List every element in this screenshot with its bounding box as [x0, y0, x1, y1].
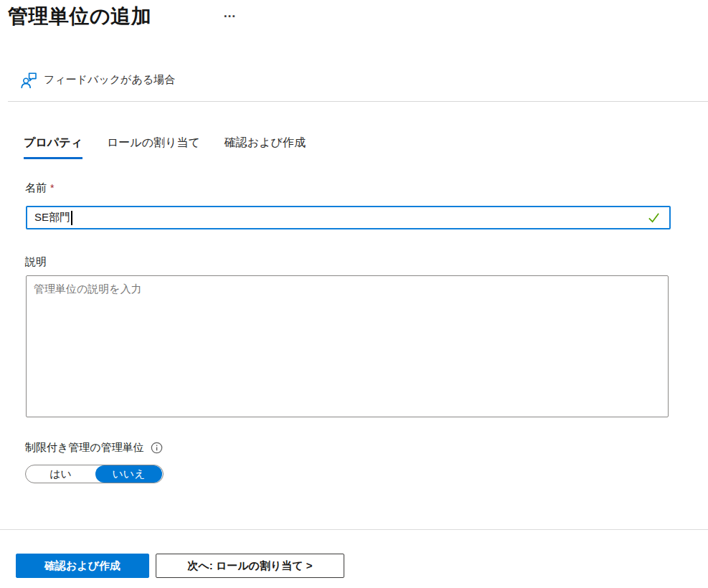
feedback-link[interactable]: フィードバックがある場合	[20, 71, 175, 89]
restricted-management-label: 制限付き管理の管理単位	[25, 440, 144, 455]
restricted-management-toggle: はい いいえ	[25, 465, 164, 483]
page-title: 管理単位の追加	[8, 3, 151, 30]
tab-role-assignments[interactable]: ロールの割り当て	[107, 135, 200, 159]
tab-review-create[interactable]: 確認および作成	[225, 135, 306, 159]
info-icon[interactable]	[151, 442, 163, 454]
header-divider	[8, 101, 708, 102]
feedback-label: フィードバックがある場合	[44, 73, 175, 87]
review-and-create-button[interactable]: 確認および作成	[16, 554, 149, 578]
description-field-label: 説明	[25, 255, 47, 269]
toggle-option-no[interactable]: いいえ	[95, 465, 162, 483]
restricted-management-row: 制限付き管理の管理単位	[25, 440, 163, 455]
more-options-icon[interactable]: …	[223, 3, 238, 23]
footer-divider	[0, 529, 708, 530]
name-input[interactable]: SE部門	[26, 206, 671, 229]
valid-checkmark-icon	[647, 211, 661, 224]
description-textarea[interactable]	[26, 275, 669, 417]
name-input-value: SE部門	[34, 211, 70, 224]
tab-properties[interactable]: プロパティ	[24, 135, 82, 159]
wizard-tabs: プロパティ ロールの割り当て 確認および作成	[24, 135, 306, 159]
next-role-assignment-button[interactable]: 次へ: ロールの割り当て >	[156, 554, 344, 578]
text-caret	[71, 211, 72, 225]
required-asterisk: *	[50, 182, 54, 194]
toggle-option-yes[interactable]: はい	[26, 465, 95, 483]
name-field-label: 名前*	[25, 181, 54, 195]
person-feedback-icon	[20, 71, 37, 89]
